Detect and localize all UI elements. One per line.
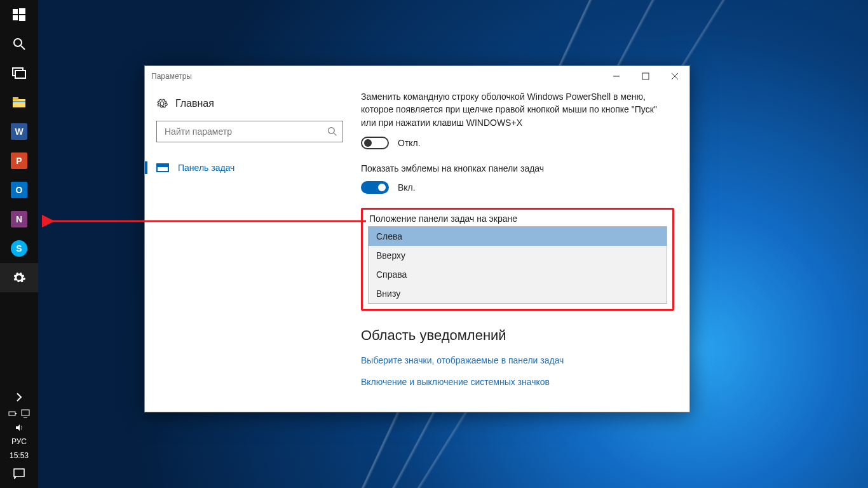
svg-line-5	[21, 46, 25, 50]
svg-rect-2	[13, 15, 18, 20]
svg-rect-12	[15, 413, 17, 414]
home-link[interactable]: Главная	[156, 98, 343, 109]
toggle-powershell[interactable]	[361, 137, 389, 149]
overflow-arrow[interactable]	[0, 388, 38, 407]
svg-rect-17	[642, 73, 649, 79]
svg-rect-15	[14, 469, 24, 477]
badges-label: Показать эмблемы на кнопках панели задач	[361, 163, 674, 173]
windows-icon	[13, 8, 25, 21]
position-label: Положение панели задач на экране	[363, 210, 672, 226]
search-button[interactable]	[0, 29, 38, 58]
onenote-app[interactable]: N	[0, 205, 38, 234]
folder-icon	[12, 97, 26, 108]
taskview-icon	[12, 67, 26, 79]
settings-nav-pane: Главная Панель задач	[145, 86, 355, 412]
nav-taskbar-label: Панель задач	[178, 163, 234, 173]
settings-app[interactable]	[0, 263, 38, 292]
start-button[interactable]	[0, 0, 38, 29]
powershell-description: Заменить командную строку оболочкой Wind…	[361, 90, 674, 129]
tray-row-1[interactable]	[0, 407, 38, 421]
link-system-icons[interactable]: Включение и выключение системных значков	[361, 377, 674, 387]
powerpoint-icon: P	[11, 152, 27, 169]
window-title: Параметры	[151, 72, 192, 81]
settings-content: Заменить командную строку оболочкой Wind…	[355, 86, 689, 412]
notifications-header: Область уведомлений	[361, 327, 674, 344]
tray-row-2[interactable]	[0, 421, 38, 435]
action-center[interactable]	[0, 463, 38, 484]
close-button[interactable]	[660, 66, 689, 86]
language-indicator[interactable]: РУС	[11, 435, 27, 449]
taskbar-icon	[156, 163, 169, 172]
search-icon	[327, 126, 337, 137]
toggle-badges[interactable]	[361, 181, 389, 194]
svg-point-4	[14, 39, 22, 46]
taskbar-position-dropdown: Положение панели задач на экране Слева В…	[361, 208, 674, 311]
svg-rect-1	[19, 8, 25, 14]
onenote-icon: N	[11, 211, 27, 227]
settings-search[interactable]	[156, 121, 343, 142]
svg-rect-7	[15, 71, 25, 78]
maximize-icon	[642, 72, 649, 80]
gear-icon	[156, 98, 168, 109]
svg-line-21	[334, 133, 336, 135]
option-right[interactable]: Справа	[369, 265, 667, 284]
svg-rect-9	[13, 97, 18, 100]
position-options-list: Слева Вверху Справа Внизу	[368, 226, 667, 304]
option-bottom[interactable]: Внизу	[369, 284, 667, 303]
search-icon	[13, 37, 25, 50]
notification-icon	[13, 468, 25, 479]
word-icon: W	[11, 123, 27, 140]
settings-window: Параметры Главная	[144, 65, 690, 412]
active-indicator	[145, 161, 147, 174]
svg-rect-10	[13, 101, 25, 102]
minimize-icon	[613, 72, 620, 80]
toggle-powershell-state: Откл.	[398, 138, 421, 148]
svg-rect-13	[22, 410, 29, 416]
skype-icon: S	[11, 240, 27, 257]
battery-icon	[8, 409, 17, 418]
titlebar[interactable]: Параметры	[145, 66, 689, 86]
link-select-icons[interactable]: Выберите значки, отображаемые в панели з…	[361, 355, 674, 365]
close-icon	[671, 72, 679, 80]
option-left[interactable]: Слева	[369, 227, 667, 246]
svg-rect-11	[9, 412, 15, 416]
svg-rect-3	[19, 15, 25, 21]
word-app[interactable]: W	[0, 117, 38, 146]
search-input[interactable]	[165, 126, 327, 137]
maximize-button[interactable]	[631, 66, 660, 86]
gear-icon	[12, 271, 26, 285]
svg-rect-0	[13, 9, 18, 14]
option-top[interactable]: Вверху	[369, 246, 667, 265]
volume-icon	[15, 423, 24, 432]
toggle-badges-state: Вкл.	[398, 182, 416, 193]
powerpoint-app[interactable]: P	[0, 146, 38, 175]
home-label: Главная	[175, 98, 214, 109]
nav-taskbar[interactable]: Панель задач	[156, 160, 343, 175]
file-explorer[interactable]	[0, 88, 38, 117]
minimize-button[interactable]	[602, 66, 631, 86]
skype-app[interactable]: S	[0, 234, 38, 263]
chevron-right-icon	[16, 393, 22, 402]
task-view-button[interactable]	[0, 58, 38, 88]
taskbar: W P O N S РУС	[0, 0, 38, 488]
clock[interactable]: 15:53	[10, 449, 29, 463]
svg-point-20	[329, 128, 335, 134]
network-icon	[21, 409, 30, 418]
outlook-icon: O	[11, 182, 27, 198]
outlook-app[interactable]: O	[0, 175, 38, 205]
